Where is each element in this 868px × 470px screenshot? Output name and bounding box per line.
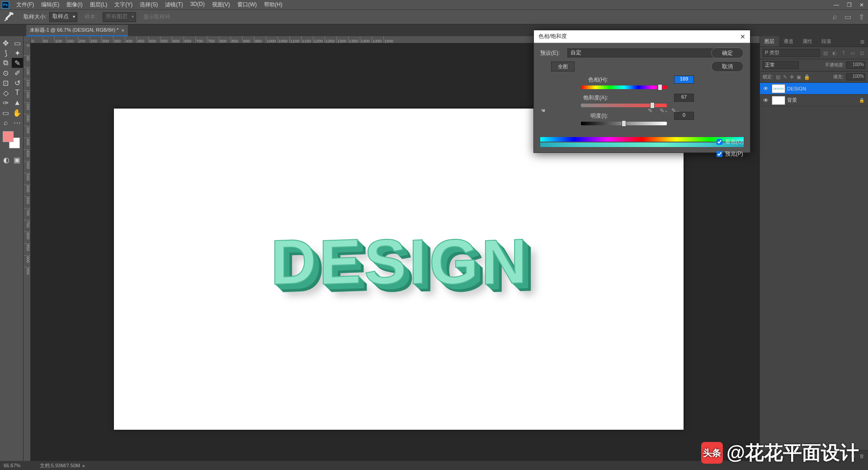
eraser-tool[interactable]: ◇ — [0, 88, 12, 98]
lock-all-icon[interactable]: 🔒 — [804, 74, 810, 80]
path-select-tool[interactable]: ▲ — [12, 98, 24, 108]
minimize-button[interactable]: — — [830, 0, 843, 10]
blend-mode-select[interactable]: 正常 — [763, 61, 799, 69]
stamp-tool[interactable]: ⊡ — [0, 78, 12, 88]
layer-filter-type[interactable]: P 类型 — [763, 49, 820, 57]
vertical-ruler[interactable]: 0501001502002503003504004505005506006507… — [24, 43, 31, 461]
colorize-checkbox[interactable]: 着色(O) — [717, 138, 744, 146]
eyedropper-icon[interactable]: ✎ — [648, 107, 656, 115]
zoom-tool[interactable]: ⌕ — [0, 118, 12, 128]
menu-item[interactable]: 文件(F) — [13, 1, 38, 9]
color-swatches[interactable] — [3, 131, 20, 148]
panel-menu-icon[interactable]: ≡ — [857, 36, 868, 47]
layer-thumbnail[interactable]: DESIGN — [772, 84, 785, 93]
workspace-icon[interactable]: ▭ — [844, 13, 851, 21]
menu-item[interactable]: 帮助(H) — [260, 1, 286, 9]
saturation-input[interactable]: 67 — [674, 94, 694, 102]
edit-range-tab[interactable]: 全图 — [551, 62, 575, 71]
scrub-icon[interactable]: ☚ — [540, 107, 548, 115]
magic-wand-tool[interactable]: ✦ — [12, 48, 24, 58]
layer-visibility-icon[interactable]: 👁 — [762, 97, 770, 104]
shape-tool[interactable]: ▭ — [0, 108, 12, 118]
pen-tool[interactable]: ✑ — [0, 98, 12, 108]
layer-name[interactable]: DESIGN — [787, 86, 866, 91]
lock-paint-icon[interactable]: ✎ — [783, 74, 787, 80]
cancel-button[interactable]: 取消 — [711, 61, 744, 72]
filter-type-icon[interactable]: T — [840, 49, 847, 57]
fill-value[interactable]: 100% — [846, 73, 865, 81]
menu-item[interactable]: 窗口(W) — [234, 1, 260, 9]
lasso-tool[interactable]: ⟆ — [0, 48, 12, 58]
filter-adjust-icon[interactable]: ◐ — [831, 49, 838, 57]
quick-mask-button[interactable]: ◐ — [2, 155, 11, 165]
document-tab[interactable]: 未标题-1 @ 66.7% (DESIGN, RGB/8#) * × — [26, 25, 128, 36]
lock-artboard-icon[interactable]: ▣ — [797, 74, 801, 80]
layer-item[interactable]: 👁 背景 🔒 — [760, 95, 868, 106]
ok-button[interactable]: 确定 — [711, 47, 744, 58]
app-logo: Ps — [2, 1, 9, 9]
layer-thumbnail[interactable] — [772, 96, 785, 105]
eyedropper-tool[interactable]: ✎ — [12, 58, 24, 68]
search-icon[interactable]: ⌕ — [833, 13, 837, 21]
panel-tabs: 图层通道属性段落≡ — [760, 36, 868, 47]
zoom-level[interactable]: 66.67% — [4, 463, 31, 468]
menu-item[interactable]: 图层(L) — [86, 1, 111, 9]
document-canvas[interactable]: DESIGN — [114, 109, 684, 430]
menu-item[interactable]: 视图(V) — [208, 1, 234, 9]
hand-tool[interactable]: ✋ — [12, 108, 24, 118]
menu-item[interactable]: 选择(S) — [136, 1, 161, 9]
ruler-origin[interactable] — [24, 36, 31, 43]
delete-layer-icon[interactable]: 🗑 — [859, 453, 864, 459]
lightness-slider[interactable] — [581, 122, 667, 125]
edit-toolbar[interactable]: ⋯ — [12, 118, 24, 128]
type-tool[interactable]: T — [12, 88, 24, 98]
filter-image-icon[interactable]: ▨ — [822, 49, 829, 57]
tool-panel: ✥▭ ⟆✦ ⧉✎ ⊙✐ ⊡↺ ◇T ✑▲ ▭✋ ⌕⋯ ◐ ▣ — [0, 36, 24, 461]
maximize-button[interactable]: ❐ — [843, 0, 855, 10]
healing-tool[interactable]: ⊙ — [0, 68, 12, 78]
menu-item[interactable]: 文字(Y) — [111, 1, 136, 9]
menu-item[interactable]: 图像(I) — [63, 1, 86, 9]
dialog-close-icon[interactable]: ✕ — [740, 33, 745, 40]
eyedropper-tool-icon[interactable] — [4, 12, 14, 23]
menu-item[interactable]: 编辑(E) — [38, 1, 63, 9]
hue-input[interactable]: 169 — [674, 76, 694, 84]
saturation-slider[interactable] — [581, 104, 667, 107]
menu-bar: Ps 文件(F)编辑(E)图像(I)图层(L)文字(Y)选择(S)滤镜(T)3D… — [0, 0, 868, 10]
screen-mode-button[interactable]: ▣ — [13, 155, 22, 165]
menu-item[interactable]: 滤镜(T) — [161, 1, 186, 9]
lock-transparency-icon[interactable]: ▨ — [776, 74, 780, 80]
layer-name[interactable]: 背景 — [787, 97, 859, 104]
marquee-tool[interactable]: ▭ — [12, 38, 24, 48]
hue-saturation-dialog[interactable]: 色相/饱和度 ✕ 预设(E): 自定 ⚙ 确定 取消 全图 色相(H): 169… — [533, 30, 750, 153]
eyedropper-sub-icon[interactable]: ✎₋ — [671, 107, 679, 115]
lock-position-icon[interactable]: ✥ — [790, 74, 794, 80]
layer-visibility-icon[interactable]: 👁 — [762, 85, 770, 92]
filter-shape-icon[interactable]: ▭ — [849, 49, 856, 57]
opacity-value[interactable]: 100% — [846, 62, 865, 69]
share-icon[interactable]: ⇧ — [859, 13, 864, 21]
filter-smart-icon[interactable]: ⊡ — [858, 49, 865, 57]
hue-slider[interactable] — [581, 85, 667, 89]
crop-tool[interactable]: ⧉ — [0, 58, 12, 68]
layer-item[interactable]: 👁 DESIGN DESIGN — [760, 83, 868, 95]
history-brush-tool[interactable]: ↺ — [12, 78, 24, 88]
move-tool[interactable]: ✥ — [0, 38, 12, 48]
menu-item[interactable]: 3D(D) — [187, 1, 208, 9]
doc-info-flyout-icon[interactable]: ▸ — [83, 463, 85, 469]
dialog-title-bar[interactable]: 色相/饱和度 ✕ — [534, 30, 750, 43]
foreground-color-swatch[interactable] — [3, 131, 14, 142]
panel-tab[interactable]: 图层 — [760, 36, 779, 47]
preset-select[interactable]: 自定 — [567, 48, 731, 57]
panel-tab[interactable]: 属性 — [798, 36, 817, 47]
blend-mode-row: 正常 不透明度: 100% — [760, 59, 868, 71]
preview-checkbox[interactable]: 预览(P) — [717, 150, 744, 158]
eyedropper-add-icon[interactable]: ✎₊ — [660, 107, 668, 115]
brush-tool[interactable]: ✐ — [12, 68, 24, 78]
panel-tab[interactable]: 通道 — [779, 36, 798, 47]
panel-tab[interactable]: 段落 — [817, 36, 836, 47]
sample-size-select[interactable]: 取样点 — [49, 12, 77, 22]
document-info[interactable]: 文档:5.93M/7.50M — [40, 462, 80, 469]
close-button[interactable]: ✕ — [855, 0, 868, 10]
tab-close-icon[interactable]: × — [121, 28, 124, 33]
